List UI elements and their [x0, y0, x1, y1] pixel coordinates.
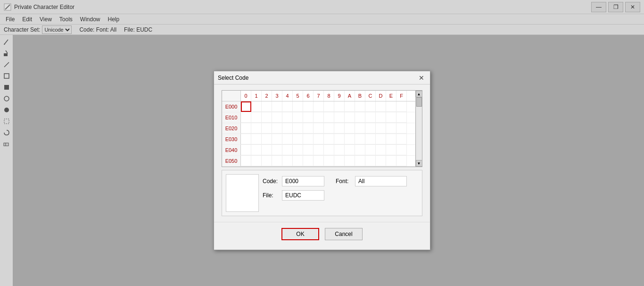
scrollbar-thumb[interactable] [416, 97, 422, 107]
cell-e050-0[interactable] [241, 156, 251, 166]
cell-e000-4[interactable] [282, 101, 293, 112]
cell-e020-c[interactable] [365, 123, 376, 134]
cell-e010-3[interactable] [272, 112, 282, 123]
cell-e040-d[interactable] [376, 145, 386, 155]
cell-e010-a[interactable] [345, 112, 355, 123]
cell-e010-b[interactable] [355, 112, 365, 123]
cell-e030-0[interactable] [241, 134, 251, 144]
cell-e000-b[interactable] [355, 101, 365, 112]
cell-e000-e[interactable] [386, 101, 396, 112]
ok-button[interactable]: OK [281, 228, 319, 240]
cell-e020-d[interactable] [376, 123, 386, 134]
grid-scrollbar[interactable]: ▲ ▼ [415, 91, 422, 167]
cell-e040-4[interactable] [282, 145, 293, 155]
cell-e040-9[interactable] [334, 145, 345, 155]
cell-e050-2[interactable] [262, 156, 272, 166]
cell-e010-5[interactable] [293, 112, 303, 123]
cell-e050-3[interactable] [272, 156, 282, 166]
cancel-button[interactable]: Cancel [325, 228, 363, 240]
cell-e040-3[interactable] [272, 145, 282, 155]
cell-e040-0[interactable] [241, 145, 251, 155]
cell-e030-4[interactable] [282, 134, 293, 144]
cell-e020-b[interactable] [355, 123, 365, 134]
cell-e000-c[interactable] [365, 101, 376, 112]
cell-e050-c[interactable] [365, 156, 376, 166]
cell-e030-6[interactable] [303, 134, 314, 144]
cell-e020-e[interactable] [386, 123, 396, 134]
cell-e040-1[interactable] [251, 145, 262, 155]
cell-e010-c[interactable] [365, 112, 376, 123]
cell-e010-6[interactable] [303, 112, 314, 123]
dialog-close-button[interactable]: ✕ [417, 73, 426, 83]
cell-e050-7[interactable] [314, 156, 324, 166]
cell-e030-8[interactable] [324, 134, 334, 144]
cell-e050-1[interactable] [251, 156, 262, 166]
cell-e030-c[interactable] [365, 134, 376, 144]
scrollbar-track[interactable] [416, 97, 422, 160]
scrollbar-up-button[interactable]: ▲ [416, 91, 422, 97]
cell-e030-e[interactable] [386, 134, 396, 144]
cell-e040-a[interactable] [345, 145, 355, 155]
cell-e030-3[interactable] [272, 134, 282, 144]
cell-e040-7[interactable] [314, 145, 324, 155]
cell-e000-9[interactable] [334, 101, 345, 112]
cell-e020-6[interactable] [303, 123, 314, 134]
cell-e010-4[interactable] [282, 112, 293, 123]
cell-e040-6[interactable] [303, 145, 314, 155]
cell-e010-9[interactable] [334, 112, 345, 123]
cell-e040-f[interactable] [396, 145, 407, 155]
cell-e000-d[interactable] [376, 101, 386, 112]
cell-e000-2[interactable] [262, 101, 272, 112]
cell-e010-e[interactable] [386, 112, 396, 123]
cell-e030-9[interactable] [334, 134, 345, 144]
cell-e030-f[interactable] [396, 134, 407, 144]
cell-e020-a[interactable] [345, 123, 355, 134]
cell-e040-c[interactable] [365, 145, 376, 155]
cell-e020-0[interactable] [241, 123, 251, 134]
cell-e020-f[interactable] [396, 123, 407, 134]
cell-e050-8[interactable] [324, 156, 334, 166]
cell-e020-3[interactable] [272, 123, 282, 134]
cell-e010-8[interactable] [324, 112, 334, 123]
cell-e000-0[interactable] [241, 101, 251, 112]
cell-e040-8[interactable] [324, 145, 334, 155]
cell-e030-b[interactable] [355, 134, 365, 144]
scrollbar-down-button[interactable]: ▼ [416, 160, 422, 167]
cell-e030-7[interactable] [314, 134, 324, 144]
cell-e000-6[interactable] [303, 101, 314, 112]
cell-e020-7[interactable] [314, 123, 324, 134]
cell-e040-b[interactable] [355, 145, 365, 155]
cell-e050-b[interactable] [355, 156, 365, 166]
cell-e050-e[interactable] [386, 156, 396, 166]
cell-e000-1[interactable] [251, 101, 262, 112]
cell-e010-1[interactable] [251, 112, 262, 123]
cell-e010-f[interactable] [396, 112, 407, 123]
cell-e010-2[interactable] [262, 112, 272, 123]
cell-e050-d[interactable] [376, 156, 386, 166]
cell-e040-e[interactable] [386, 145, 396, 155]
cell-e050-9[interactable] [334, 156, 345, 166]
cell-e000-a[interactable] [345, 101, 355, 112]
cell-e000-5[interactable] [293, 101, 303, 112]
cell-e030-2[interactable] [262, 134, 272, 144]
cell-e050-6[interactable] [303, 156, 314, 166]
cell-e010-0[interactable] [241, 112, 251, 123]
cell-e000-8[interactable] [324, 101, 334, 112]
cell-e030-d[interactable] [376, 134, 386, 144]
cell-e030-1[interactable] [251, 134, 262, 144]
cell-e020-2[interactable] [262, 123, 272, 134]
cell-e040-2[interactable] [262, 145, 272, 155]
cell-e000-f[interactable] [396, 101, 407, 112]
cell-e050-4[interactable] [282, 156, 293, 166]
cell-e020-4[interactable] [282, 123, 293, 134]
cell-e030-5[interactable] [293, 134, 303, 144]
cell-e050-a[interactable] [345, 156, 355, 166]
cell-e030-a[interactable] [345, 134, 355, 144]
cell-e040-5[interactable] [293, 145, 303, 155]
cell-e010-7[interactable] [314, 112, 324, 123]
cell-e020-8[interactable] [324, 123, 334, 134]
cell-e020-9[interactable] [334, 123, 345, 134]
cell-e020-5[interactable] [293, 123, 303, 134]
cell-e050-f[interactable] [396, 156, 407, 166]
cell-e020-1[interactable] [251, 123, 262, 134]
